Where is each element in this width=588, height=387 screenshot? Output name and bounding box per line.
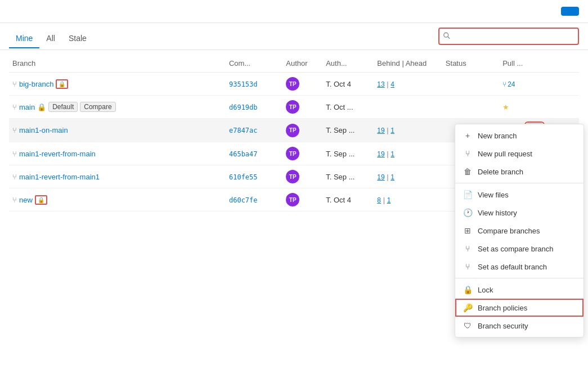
behind-ahead-cell: 19 | 1 bbox=[374, 165, 442, 188]
branch-icon: ⑂ bbox=[12, 150, 17, 158]
ahead-link[interactable]: 1 bbox=[390, 150, 394, 158]
branch-icon: ⑂ bbox=[12, 103, 17, 111]
status-cell bbox=[442, 73, 499, 96]
menu-item-view_history[interactable]: 🕐 View history bbox=[455, 204, 583, 222]
menu-item-delete_branch[interactable]: 🗑 Delete branch bbox=[455, 163, 583, 181]
auth-date-cell: T. Oct ... bbox=[322, 96, 374, 119]
behind-link[interactable]: 8 bbox=[377, 196, 381, 204]
context-menu: + New branch⑂ New pull request🗑 Delete b… bbox=[455, 124, 584, 338]
compare_branches-icon: ⊞ bbox=[463, 226, 472, 235]
auth-date: Oct 4 bbox=[334, 196, 351, 204]
auth-date: Oct ... bbox=[334, 103, 353, 111]
status-cell bbox=[442, 96, 499, 119]
commit-link[interactable]: d6919db bbox=[229, 104, 258, 111]
separator: | bbox=[387, 173, 388, 181]
pull-cell: ⑂24 bbox=[499, 73, 579, 96]
ahead-link[interactable]: 1 bbox=[387, 196, 391, 204]
menu-item-new_branch[interactable]: + New branch bbox=[455, 127, 583, 145]
author-name: T. bbox=[326, 103, 331, 111]
commit-link[interactable]: d60c7fe bbox=[229, 196, 258, 204]
behind-link[interactable]: 19 bbox=[377, 150, 384, 158]
compare-badge: Compare bbox=[80, 102, 115, 112]
separator: | bbox=[383, 196, 385, 204]
commit-cell: 465ba47 bbox=[226, 142, 282, 165]
commit-link[interactable]: 465ba47 bbox=[229, 150, 258, 158]
view_history-icon: 🕐 bbox=[463, 208, 472, 217]
menu-item-set_compare[interactable]: ⑂ Set as compare branch bbox=[455, 240, 583, 258]
commit-link[interactable]: 935153d bbox=[229, 80, 258, 88]
menu-separator bbox=[455, 278, 583, 278]
tab-mine[interactable]: Mine bbox=[9, 29, 39, 48]
author-name: T. bbox=[326, 80, 331, 88]
commit-link[interactable]: e7847ac bbox=[229, 127, 258, 134]
pull-request-link[interactable]: ⑂24 bbox=[502, 80, 515, 88]
behind-link[interactable]: 13 bbox=[377, 80, 384, 88]
avatar: TP bbox=[286, 193, 299, 206]
branch-name-link[interactable]: main1-revert-from-main bbox=[19, 150, 96, 158]
branch-icon: ⑂ bbox=[12, 196, 17, 204]
search-input[interactable] bbox=[438, 28, 579, 45]
behind-ahead-cell: 13 | 4 bbox=[374, 73, 442, 96]
col-header-pull: Pull ... bbox=[499, 55, 579, 73]
menu-item-compare_branches[interactable]: ⊞ Compare branches bbox=[455, 222, 583, 240]
search-container bbox=[438, 28, 579, 45]
branch-cell: ⑂ big-branch🔒 bbox=[9, 73, 226, 96]
menu-item-label: View files bbox=[478, 191, 509, 199]
branch-name-link[interactable]: main1-on-main bbox=[19, 126, 68, 134]
avatar: TP bbox=[286, 147, 299, 160]
branch-name-link[interactable]: big-branch bbox=[19, 80, 53, 88]
behind-link[interactable]: 19 bbox=[377, 173, 384, 181]
menu-item-lock[interactable]: 🔒 Lock bbox=[455, 281, 583, 299]
author-cell: TP bbox=[282, 119, 322, 142]
search-icon bbox=[443, 32, 451, 41]
table-row: ⑂ main🔒Default Compare d6919db TP T. Oct… bbox=[9, 96, 579, 119]
branch-name-link[interactable]: main bbox=[19, 103, 35, 111]
branch-cell: ⑂ main1-on-main bbox=[9, 119, 226, 142]
menu-item-branch_security[interactable]: 🛡 Branch security bbox=[455, 317, 583, 335]
avatar: TP bbox=[286, 170, 299, 183]
pull-cell: ★ bbox=[499, 96, 579, 119]
star-filled-icon[interactable]: ★ bbox=[502, 103, 509, 111]
auth-date: Oct 4 bbox=[334, 80, 351, 88]
tab-all[interactable]: All bbox=[39, 29, 62, 48]
new-branch-button[interactable] bbox=[561, 7, 579, 16]
set_default-icon: ⑂ bbox=[463, 262, 472, 271]
commit-link[interactable]: 610fe55 bbox=[229, 173, 258, 181]
separator: | bbox=[387, 80, 388, 88]
author-cell: TP bbox=[282, 188, 322, 212]
page-header bbox=[0, 0, 588, 23]
menu-item-label: Compare branches bbox=[478, 227, 540, 235]
commit-cell: 610fe55 bbox=[226, 165, 282, 188]
page-container: Mine All Stale Branch Com... Author Auth… bbox=[0, 0, 588, 387]
tab-stale[interactable]: Stale bbox=[62, 29, 93, 48]
branch-cell: ⑂ main🔒Default Compare bbox=[9, 96, 226, 119]
ahead-link[interactable]: 1 bbox=[390, 127, 394, 134]
menu-item-new_pull_request[interactable]: ⑂ New pull request bbox=[455, 145, 583, 163]
menu-item-branch_policies[interactable]: 🔑 Branch policies bbox=[455, 299, 583, 317]
commit-cell: e7847ac bbox=[226, 119, 282, 142]
author-name: T. bbox=[326, 150, 331, 158]
auth-date-cell: T. Oct 4 bbox=[322, 188, 374, 212]
new_pull_request-icon: ⑂ bbox=[463, 149, 472, 158]
author-cell: TP bbox=[282, 73, 322, 96]
behind-link[interactable]: 19 bbox=[377, 127, 384, 134]
ahead-link[interactable]: 4 bbox=[390, 80, 394, 88]
auth-date: Sep ... bbox=[334, 126, 355, 134]
ahead-link[interactable]: 1 bbox=[390, 173, 394, 181]
behind-ahead-cell: 19 | 1 bbox=[374, 119, 442, 142]
branch-name-link[interactable]: main1-revert-from-main1 bbox=[19, 173, 100, 181]
auth-date-cell: T. Sep ... bbox=[322, 165, 374, 188]
menu-item-set_default[interactable]: ⑂ Set as default branch bbox=[455, 258, 583, 276]
auth-date: Sep ... bbox=[334, 173, 355, 181]
menu-item-view_files[interactable]: 📄 View files bbox=[455, 186, 583, 204]
tabs-group: Mine All Stale bbox=[9, 29, 93, 48]
new_branch-icon: + bbox=[463, 131, 472, 140]
col-header-auth-date: Auth... bbox=[322, 55, 374, 73]
separator: | bbox=[387, 126, 388, 134]
branch-name-link[interactable]: new bbox=[19, 196, 33, 204]
col-header-status: Status bbox=[442, 55, 499, 73]
lock-icon: 🔒 bbox=[35, 195, 47, 205]
branch-icon: ⑂ bbox=[12, 173, 17, 181]
default-badge: Default bbox=[48, 102, 78, 112]
col-header-behindahead: Behind | Ahead bbox=[374, 55, 442, 73]
